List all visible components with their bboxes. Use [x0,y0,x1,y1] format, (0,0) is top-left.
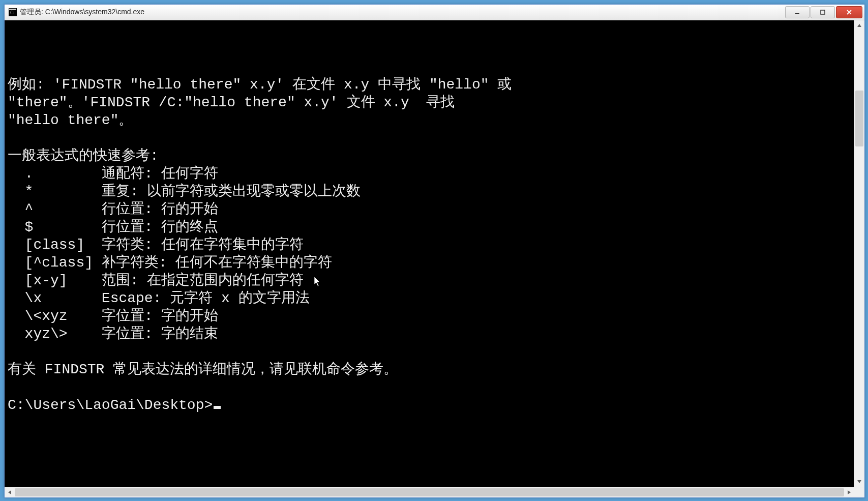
terminal-prompt: C:\Users\LaoGai\Desktop> [8,397,213,413]
terminal-line: * 重复: 以前字符或类出现零或零以上次数 [8,183,851,200]
terminal-line: [x-y] 范围: 在指定范围内的任何字符 [8,272,851,289]
vertical-scrollbar[interactable] [854,20,864,487]
scroll-up-button[interactable] [854,20,864,31]
terminal-prompt-line: C:\Users\LaoGai\Desktop> [8,396,851,414]
terminal-line [8,343,851,361]
svg-text:C:: C: [10,11,15,15]
terminal-line: 有关 FINDSTR 常见表达法的详细情况，请见联机命令参考。 [8,361,851,378]
horizontal-scroll-track[interactable] [15,487,844,497]
terminal-line: "hello there"。 [8,111,851,129]
close-button[interactable] [836,6,862,18]
terminal-line: 例如: 'FINDSTR "hello there" x.y' 在文件 x.y … [8,76,851,94]
horizontal-scrollbar[interactable] [5,487,864,497]
terminal-output[interactable]: 例如: 'FINDSTR "hello there" x.y' 在文件 x.y … [5,20,854,487]
cmd-icon: C: [9,8,17,16]
terminal-line: 一般表达式的快速参考: [8,147,851,165]
svg-rect-3 [795,13,799,14]
cmd-window: C: 管理员: C:\Windows\system32\cmd.exe 例如 [4,4,865,498]
terminal-line [8,129,851,147]
svg-rect-4 [821,10,825,14]
svg-rect-1 [9,9,16,10]
terminal-line: \x Escape: 元字符 x 的文字用法 [8,289,851,307]
scroll-down-button[interactable] [854,477,864,487]
terminal-line: xyz\> 字位置: 字的结束 [8,325,851,343]
scroll-left-button[interactable] [5,487,15,497]
minimize-button[interactable] [785,6,810,18]
terminal-line: ^ 行位置: 行的开始 [8,200,851,218]
vertical-scroll-track[interactable] [854,31,864,477]
client-area: 例如: 'FINDSTR "hello there" x.y' 在文件 x.y … [5,20,864,497]
horizontal-scroll-thumb[interactable] [15,488,844,496]
maximize-button[interactable] [811,6,835,18]
window-controls [785,6,862,18]
titlebar[interactable]: C: 管理员: C:\Windows\system32\cmd.exe [5,5,864,20]
scrollbar-corner [854,487,864,497]
terminal-line: $ 行位置: 行的终点 [8,218,851,236]
vertical-scroll-thumb[interactable] [855,91,863,146]
terminal-line: [^class] 补字符类: 任何不在字符集中的字符 [8,254,851,272]
terminal-line: [class] 字符类: 任何在字符集中的字符 [8,236,851,254]
terminal-line: \<xyz 字位置: 字的开始 [8,307,851,325]
terminal-line [8,378,851,396]
window-title: 管理员: C:\Windows\system32\cmd.exe [20,8,785,17]
terminal-cursor [214,406,221,409]
terminal-line: "there"。'FINDSTR /C:"hello there" x.y' 文… [8,94,851,111]
terminal-line: . 通配符: 任何字符 [8,165,851,183]
scroll-right-button[interactable] [844,487,854,497]
